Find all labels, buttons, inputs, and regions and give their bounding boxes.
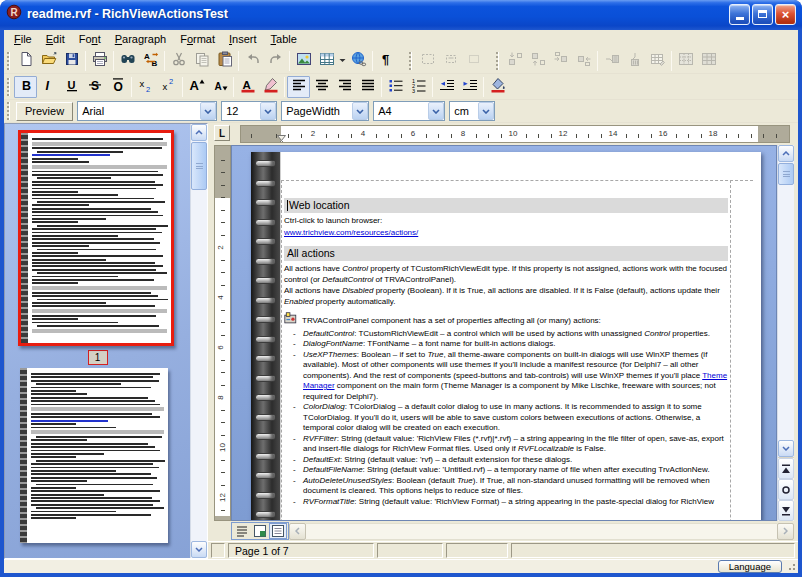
ruler-tick: [676, 134, 677, 138]
toolbar-grip[interactable]: [7, 52, 10, 70]
dropdown-arrow-icon[interactable]: [338, 50, 347, 72]
doc-text: : Boolean (default: [392, 476, 457, 485]
shrink-font-button[interactable]: A: [208, 76, 231, 98]
menu-file[interactable]: File: [7, 32, 39, 47]
view-draft-button[interactable]: [251, 523, 269, 539]
view-normal-button[interactable]: [233, 523, 251, 539]
combo-dropdown-button[interactable]: [478, 102, 494, 120]
align-left-button[interactable]: [287, 76, 310, 98]
toolbar-grip[interactable]: [7, 102, 10, 120]
text-highlight-button[interactable]: [259, 76, 282, 98]
resize-grip[interactable]: [786, 561, 796, 571]
font-name-combo[interactable]: Arial: [77, 101, 217, 121]
scroll-down-button[interactable]: [778, 440, 794, 457]
combo-dropdown-button[interactable]: [200, 102, 216, 120]
doc-link[interactable]: www.trichview.com/resources/actions/: [284, 228, 418, 237]
title-bar[interactable]: R readme.rvf - RichViewActionsTest ×: [0, 0, 802, 30]
align-right-button[interactable]: [333, 76, 356, 98]
bullets-button[interactable]: [384, 76, 407, 98]
print-button[interactable]: [88, 50, 111, 72]
thumbnail-page-2[interactable]: [20, 368, 168, 543]
select-browse-object-button[interactable]: [778, 479, 794, 500]
paste-button[interactable]: [213, 50, 236, 72]
combo-group: Arial12PageWidthA4cm: [77, 101, 499, 121]
scrollbar-thumb[interactable]: [191, 142, 207, 190]
menu-format[interactable]: Format: [173, 32, 222, 47]
decrease-indent-button[interactable]: [435, 76, 458, 98]
scroll-up-button[interactable]: [191, 124, 207, 141]
menu-insert[interactable]: Insert: [222, 32, 264, 47]
scroll-left-button[interactable]: [289, 523, 306, 540]
scrollbar-track[interactable]: [778, 186, 794, 440]
subscript-button[interactable]: x2: [134, 76, 157, 98]
menu-paragraph[interactable]: Paragraph: [108, 32, 173, 47]
combo-dropdown-button[interactable]: [352, 102, 368, 120]
font-color-button[interactable]: A: [236, 76, 259, 98]
scroll-right-button[interactable]: [777, 523, 794, 540]
bold-button[interactable]: B: [14, 76, 37, 98]
scrollbar-thumb[interactable]: [778, 163, 794, 185]
italic-button[interactable]: I: [37, 76, 60, 98]
preview-button[interactable]: Preview: [16, 102, 73, 121]
new-document-button[interactable]: [14, 50, 37, 72]
ruler-tick: [601, 134, 602, 138]
next-page-button[interactable]: [778, 500, 794, 521]
hscrollbar-track[interactable]: [306, 523, 777, 540]
indent-marker[interactable]: [752, 137, 761, 143]
insert-rows-above-icon: [507, 51, 523, 71]
align-justify-button[interactable]: [356, 76, 379, 98]
find-replace-button[interactable]: AB: [139, 50, 162, 72]
minimize-button[interactable]: [729, 4, 750, 25]
insert-picture-button[interactable]: [292, 50, 315, 72]
insert-table-button[interactable]: [315, 50, 338, 72]
paragraph-marks-button[interactable]: ¶: [375, 50, 398, 72]
toolbar-grip[interactable]: [409, 52, 412, 70]
ruler-tick: [221, 510, 225, 511]
find-button[interactable]: [116, 50, 139, 72]
insert-hyperlink-icon: [351, 51, 367, 71]
superscript-button[interactable]: x2: [157, 76, 180, 98]
current-page-label[interactable]: 1: [88, 350, 108, 365]
document-page[interactable]: Web locationCtrl-click to launch browser…: [251, 152, 761, 521]
increase-indent-button[interactable]: [458, 76, 481, 98]
scroll-down-button[interactable]: [191, 541, 207, 558]
language-button[interactable]: Language: [718, 560, 782, 573]
paper-size-combo[interactable]: A4: [373, 101, 445, 121]
indent-marker[interactable]: [277, 135, 286, 143]
tab-selector-button[interactable]: L: [214, 125, 230, 141]
menu-font[interactable]: Font: [72, 32, 108, 47]
strikethrough-button[interactable]: S: [83, 76, 106, 98]
numbering-button[interactable]: 123: [407, 76, 430, 98]
zoom-combo[interactable]: PageWidth: [281, 101, 369, 121]
thumbnail-scrollbar[interactable]: [190, 124, 207, 558]
insert-hyperlink-button[interactable]: [347, 50, 370, 72]
overline-button[interactable]: O: [106, 76, 129, 98]
toolbar-grip[interactable]: [7, 78, 10, 96]
document-viewport[interactable]: Web locationCtrl-click to launch browser…: [231, 145, 777, 521]
underline-button[interactable]: U: [60, 76, 83, 98]
thumbnail-page-1[interactable]: [18, 130, 174, 346]
font-size-combo[interactable]: 12: [221, 101, 277, 121]
mini-line: [36, 436, 162, 438]
scrollbar-track[interactable]: [191, 191, 207, 541]
open-file-button[interactable]: [37, 50, 60, 72]
menu-table[interactable]: Table: [264, 32, 304, 47]
document-scrollbar[interactable]: [777, 145, 794, 521]
mini-line: [32, 221, 78, 223]
combo-dropdown-button[interactable]: [260, 102, 276, 120]
save-file-button[interactable]: [60, 50, 83, 72]
doc-text: : String (default value: 'RichView Files…: [303, 434, 724, 454]
scroll-up-button[interactable]: [778, 145, 794, 162]
grow-font-button[interactable]: A: [185, 76, 208, 98]
previous-page-button[interactable]: [778, 458, 794, 479]
units-combo[interactable]: cm: [449, 101, 495, 121]
ruler-tick: [763, 134, 764, 138]
menu-edit[interactable]: Edit: [39, 32, 72, 47]
combo-dropdown-button[interactable]: [428, 102, 444, 120]
align-center-button[interactable]: [310, 76, 333, 98]
view-layout-button[interactable]: [269, 523, 287, 539]
toolbar-grip[interactable]: [496, 52, 499, 70]
paragraph-color-button[interactable]: [486, 76, 509, 98]
close-button[interactable]: ×: [775, 4, 796, 25]
maximize-button[interactable]: [752, 4, 773, 25]
